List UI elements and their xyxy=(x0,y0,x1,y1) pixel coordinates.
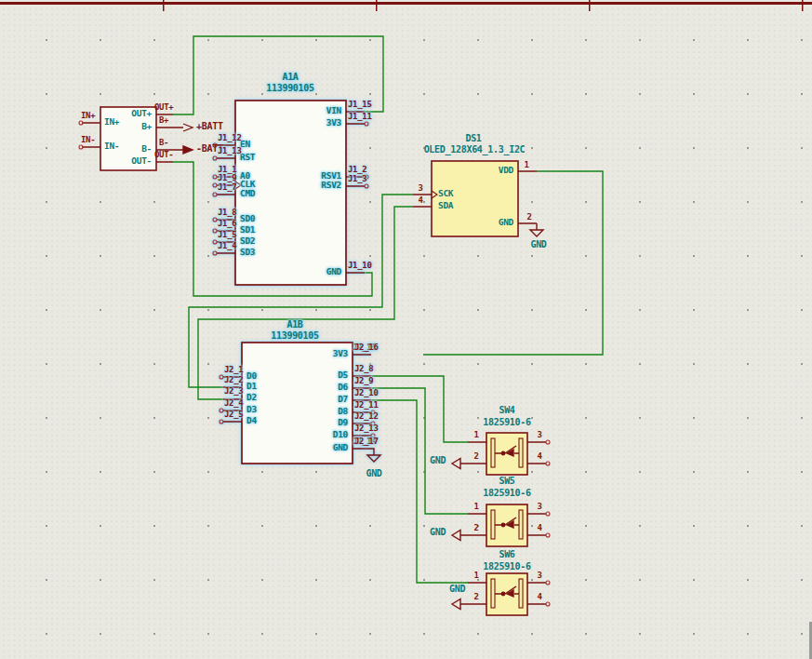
sw4-reference[interactable]: SW4 xyxy=(499,406,514,415)
sw6-symbol[interactable] xyxy=(452,573,550,615)
schematic-canvas[interactable]: IN+ IN- IN+ IN- OUT+ B+ B- OUT- OUT+ B+ … xyxy=(0,0,812,659)
a1b-pin-name: D8 xyxy=(338,407,348,416)
net-label[interactable]: J1_5 xyxy=(218,231,236,239)
sw4-pin-number: 1 xyxy=(473,431,478,439)
net-label[interactable]: J2_4 xyxy=(224,399,243,408)
sw4-value[interactable]: 1825910-6 xyxy=(483,418,531,427)
gnd-label-arrow-icon xyxy=(452,531,460,541)
a1a-value[interactable]: 113990105 xyxy=(266,84,314,93)
net-label[interactable]: J2_16 xyxy=(354,343,379,352)
a1b-pin-name: D0 xyxy=(246,371,257,381)
net-label[interactable]: J1_6 xyxy=(218,220,236,228)
sw6-reference[interactable]: SW6 xyxy=(499,550,514,559)
gnd-power-label[interactable]: GND xyxy=(366,469,381,478)
net-label[interactable]: J2_3 xyxy=(224,387,243,396)
a1b-pin-name: GND xyxy=(333,443,348,452)
sw5-symbol[interactable] xyxy=(452,504,550,546)
a1a-pin-name: 3V3 xyxy=(326,118,341,128)
net-label[interactable]: J1_7 xyxy=(218,183,236,192)
net-label[interactable]: J1_12 xyxy=(218,134,242,142)
net-label-in-plus[interactable]: IN+ xyxy=(81,112,95,120)
net-label-out-plus[interactable]: OUT+ xyxy=(154,103,173,112)
a1b-pin-name: D3 xyxy=(246,405,257,414)
a1a-pin-name: SD3 xyxy=(240,248,255,257)
batt-plus-arrow-icon xyxy=(183,124,193,131)
a1a-pin-name: SD2 xyxy=(240,236,255,246)
a1b-pin-name: D6 xyxy=(338,383,348,392)
net-label[interactable]: J2_10 xyxy=(354,389,379,397)
net-label[interactable]: J1_13 xyxy=(218,147,242,155)
a1a-pin-name: RST xyxy=(240,153,255,162)
gnd-power-label[interactable]: GND xyxy=(530,240,546,249)
sw4-pin-number: 3 xyxy=(537,431,541,439)
net-label[interactable]: J2_1 xyxy=(224,366,243,374)
a1a-pin-name: RSV2 xyxy=(321,181,341,190)
sw4-pin-number: 2 xyxy=(473,452,478,461)
net-label-out-minus[interactable]: OUT- xyxy=(154,151,173,159)
pin-name-b-minus: B- xyxy=(141,144,152,154)
net-label[interactable]: J1_2 xyxy=(348,166,366,174)
gnd-global-label[interactable]: GND xyxy=(430,456,446,465)
a1a-symbol[interactable] xyxy=(213,101,368,285)
sw6-pin-number: 1 xyxy=(473,572,478,580)
a1a-pin-name: GND xyxy=(326,267,341,276)
ds1-pin-number: 3 xyxy=(418,184,422,193)
sw6-value[interactable]: 1825910-6 xyxy=(483,562,531,572)
sw6-pin-number: 4 xyxy=(537,593,541,601)
net-label[interactable]: J1_4 xyxy=(218,242,236,250)
schematic-graphics xyxy=(0,0,812,659)
ds1-symbol[interactable] xyxy=(413,161,543,236)
a1a-pin-name: VIN xyxy=(326,106,341,115)
wire-d6-sw5 xyxy=(371,388,468,514)
net-label[interactable]: J2_12 xyxy=(354,412,379,421)
net-label-b-minus[interactable]: B- xyxy=(159,139,168,147)
pin-name-out-minus: OUT- xyxy=(131,156,152,166)
net-label[interactable]: J1_9 xyxy=(218,174,236,182)
gnd-symbol-icon xyxy=(367,455,380,462)
sw4-pin-number: 4 xyxy=(537,452,541,461)
net-label-in-minus[interactable]: IN- xyxy=(81,136,95,144)
wire-d5-sw4 xyxy=(371,376,468,442)
net-label[interactable]: J2_2 xyxy=(224,376,243,384)
ds1-pin-number: 4 xyxy=(418,196,422,205)
sw5-pin-number: 1 xyxy=(473,503,478,511)
net-label[interactable]: J2_5 xyxy=(224,410,243,419)
a1b-pin-name: 3V3 xyxy=(333,349,348,358)
sw5-pin-number: 2 xyxy=(473,524,478,532)
gnd-global-label[interactable]: GND xyxy=(449,585,465,594)
a1b-pin-name: D9 xyxy=(338,418,348,427)
net-label[interactable]: J1_10 xyxy=(348,262,372,270)
net-label[interactable]: J2_9 xyxy=(354,377,373,385)
a1a-pin-name: CMD xyxy=(240,189,255,198)
net-label[interactable]: J2_8 xyxy=(354,365,373,373)
pin-name-in-minus: IN- xyxy=(104,141,119,151)
sw4-symbol[interactable] xyxy=(452,433,550,475)
a1b-pin-name: D5 xyxy=(338,370,348,380)
a1a-pin-name: SD0 xyxy=(240,214,255,223)
net-label-b-plus[interactable]: B+ xyxy=(159,116,168,125)
a1b-reference[interactable]: A1B xyxy=(286,320,302,330)
global-label-batt-plus[interactable]: +BATT xyxy=(196,122,223,131)
net-label[interactable]: J1_15 xyxy=(348,101,372,109)
sw5-value[interactable]: 1825910-6 xyxy=(483,489,531,498)
net-label[interactable]: J1_3 xyxy=(348,175,366,183)
net-label[interactable]: J2_13 xyxy=(354,424,379,433)
net-label[interactable]: J1_11 xyxy=(348,113,372,121)
pin-name-out-plus: OUT+ xyxy=(131,109,152,118)
gnd-global-label[interactable]: GND xyxy=(430,528,446,537)
a1a-reference[interactable]: A1A xyxy=(282,73,298,82)
a1b-pin-name: D2 xyxy=(246,393,257,402)
ds1-pin-number: 1 xyxy=(524,161,528,169)
net-label[interactable]: J1_8 xyxy=(218,208,236,217)
net-label[interactable]: J2_11 xyxy=(354,401,379,410)
sw6-pin-number: 2 xyxy=(473,593,478,601)
gnd-label-arrow-icon xyxy=(452,459,460,469)
a1a-pin-name: SD1 xyxy=(240,225,255,235)
a1b-value[interactable]: 113990105 xyxy=(271,331,319,341)
sw5-reference[interactable]: SW5 xyxy=(499,477,514,486)
ds1-reference[interactable]: DS1 xyxy=(465,134,481,143)
a1b-pin-name: D4 xyxy=(246,416,257,425)
a1b-pin-name: D7 xyxy=(338,395,348,404)
ds1-value[interactable]: OLED_128X64_1.3_I2C xyxy=(424,145,526,155)
net-label[interactable]: J2_17 xyxy=(354,437,379,446)
